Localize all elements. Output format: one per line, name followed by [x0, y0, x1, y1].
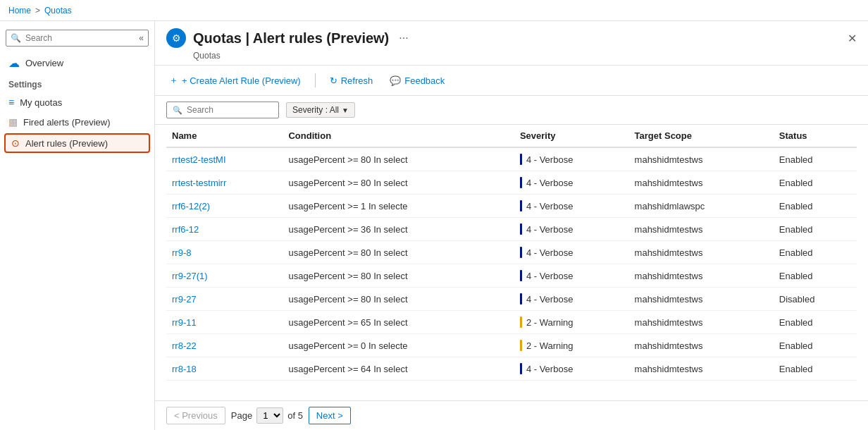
alert-rule-link[interactable]: rrf6-12(2) — [172, 201, 210, 211]
page-label: Page — [231, 410, 252, 421]
filter-search-box[interactable]: 🔍 — [166, 102, 279, 118]
sidebar-item-overview[interactable]: ☁ Overview — [0, 52, 154, 74]
cell-condition: usagePercent >= 65 In select — [283, 311, 514, 334]
severity-text: 4 - Verbose — [526, 271, 574, 281]
cell-name: rr9-8 — [166, 241, 283, 264]
severity-bar — [520, 363, 522, 374]
severity-text: 4 - Verbose — [526, 201, 574, 211]
alert-rule-link[interactable]: rr9-11 — [172, 317, 197, 328]
page-title-row: ⚙ Quotas | Alert rules (Preview) ··· ✕ — [166, 28, 857, 48]
top-bar: Home > Quotas — [0, 0, 868, 21]
cell-severity: 4 - Verbose — [514, 195, 629, 218]
create-alert-rule-button[interactable]: ＋ + Create Alert Rule (Preview) — [166, 71, 304, 90]
cell-name: rrtest-testmirr — [166, 171, 283, 195]
breadcrumb-current[interactable]: Quotas — [44, 6, 72, 16]
cell-severity: 4 - Verbose — [514, 264, 629, 288]
cell-target-scope: mahshidmtestws — [629, 311, 774, 334]
create-icon: ＋ — [169, 74, 178, 87]
sidebar: 🔍 « ☁ Overview Settings ≡ My quotas ▦ Fi… — [0, 21, 155, 430]
cell-severity: 2 - Warning — [514, 311, 629, 334]
search-icon: 🔍 — [11, 33, 21, 43]
cell-name: rrf6-12(2) — [166, 195, 283, 218]
severity-bar — [520, 247, 522, 258]
severity-text: 4 - Verbose — [526, 178, 574, 188]
feedback-icon: 💬 — [390, 75, 401, 86]
pagination: < Previous Page 1 2 3 4 5 of 5 Next > — [155, 400, 868, 430]
page-icon-symbol: ⚙ — [172, 32, 181, 44]
severity-bar — [520, 340, 522, 351]
previous-button[interactable]: < Previous — [166, 407, 225, 424]
sidebar-item-overview-label: Overview — [25, 58, 63, 68]
severity-text: 4 - Verbose — [526, 224, 574, 235]
cell-severity: 4 - Verbose — [514, 147, 629, 171]
my-quotas-icon: ≡ — [8, 97, 14, 108]
severity-bar — [520, 223, 522, 235]
severity-text: 4 - Verbose — [526, 364, 574, 374]
cell-condition: usagePercent >= 64 In select — [283, 357, 514, 381]
severity-bar — [520, 154, 522, 165]
alert-rule-link[interactable]: rr9-8 — [172, 247, 191, 258]
col-condition: Condition — [283, 125, 514, 147]
severity-text: 2 - Warning — [526, 340, 574, 351]
severity-text: 4 - Verbose — [526, 154, 574, 165]
cell-status: Enabled — [774, 195, 857, 218]
alert-rule-link[interactable]: rrtest2-testMI — [172, 154, 226, 165]
cell-severity: 2 - Warning — [514, 334, 629, 357]
severity-filter-tag[interactable]: Severity : All ▼ — [286, 102, 355, 118]
sidebar-collapse-icon[interactable]: « — [139, 33, 144, 43]
table-row: rr9-27 usagePercent >= 80 In select 4 - … — [166, 288, 857, 311]
alert-rule-link[interactable]: rr9-27 — [172, 294, 197, 305]
severity-text: 2 - Warning — [526, 317, 574, 328]
feedback-label: Feedback — [404, 75, 445, 86]
col-name: Name — [166, 125, 283, 147]
filter-search-input[interactable] — [187, 105, 273, 115]
cell-status: Enabled — [774, 171, 857, 195]
sidebar-search-input[interactable] — [25, 33, 135, 43]
cell-condition: usagePercent >= 80 In select — [283, 147, 514, 171]
cell-name: rrtest2-testMI — [166, 147, 283, 171]
alert-rule-link[interactable]: rr9-27(1) — [172, 271, 208, 281]
table-row: rrtest2-testMI usagePercent >= 80 In sel… — [166, 147, 857, 171]
breadcrumb-home[interactable]: Home — [8, 6, 31, 16]
next-button[interactable]: Next > — [309, 407, 351, 424]
more-options-icon[interactable]: ··· — [399, 32, 408, 44]
sidebar-item-alert-rules[interactable]: ⊙ Alert rules (Preview) — [4, 133, 150, 153]
cell-target-scope: mahshidmtestws — [629, 241, 774, 264]
page-subtitle: Quotas — [193, 51, 857, 61]
table-body: rrtest2-testMI usagePercent >= 80 In sel… — [166, 147, 857, 381]
page-of: of 5 — [287, 410, 303, 421]
cell-status: Enabled — [774, 147, 857, 171]
alert-rules-table: Name Condition Severity Target Scope Sta… — [166, 125, 857, 381]
table-header-row: Name Condition Severity Target Scope Sta… — [166, 125, 857, 147]
fired-alerts-icon: ▦ — [8, 116, 18, 128]
sidebar-item-my-quotas-label: My quotas — [20, 97, 62, 108]
cell-name: rr9-27(1) — [166, 264, 283, 288]
refresh-icon: ↻ — [330, 75, 337, 86]
sidebar-item-my-quotas[interactable]: ≡ My quotas — [0, 92, 154, 112]
sidebar-item-fired-alerts[interactable]: ▦ Fired alerts (Preview) — [0, 112, 154, 132]
table-row: rr9-8 usagePercent >= 80 In select 4 - V… — [166, 241, 857, 264]
feedback-button[interactable]: 💬 Feedback — [387, 73, 447, 89]
severity-bar — [520, 317, 522, 328]
alert-rule-link[interactable]: rrf6-12 — [172, 224, 199, 235]
close-button[interactable]: ✕ — [848, 32, 857, 45]
cell-condition: usagePercent >= 0 In selecte — [283, 334, 514, 357]
alert-rule-link[interactable]: rr8-22 — [172, 340, 197, 351]
sidebar-search-box[interactable]: 🔍 « — [6, 30, 149, 47]
table-row: rr8-22 usagePercent >= 0 In selecte 2 - … — [166, 334, 857, 357]
toolbar-separator — [315, 73, 316, 87]
alert-rule-link[interactable]: rrtest-testmirr — [172, 178, 226, 188]
table-row: rr8-18 usagePercent >= 64 In select 4 - … — [166, 357, 857, 381]
severity-bar — [520, 293, 522, 305]
page-icon: ⚙ — [166, 28, 186, 48]
cell-target-scope: mahshidmtestws — [629, 218, 774, 241]
cell-target-scope: mahshidmtestws — [629, 171, 774, 195]
cell-name: rr9-27 — [166, 288, 283, 311]
page-select[interactable]: 1 2 3 4 5 — [256, 407, 283, 424]
cell-severity: 4 - Verbose — [514, 357, 629, 381]
cell-severity: 4 - Verbose — [514, 288, 629, 311]
severity-filter-label: Severity : All — [292, 105, 339, 115]
refresh-button[interactable]: ↻ Refresh — [327, 73, 376, 89]
alert-rule-link[interactable]: rr8-18 — [172, 364, 197, 374]
cell-severity: 4 - Verbose — [514, 218, 629, 241]
